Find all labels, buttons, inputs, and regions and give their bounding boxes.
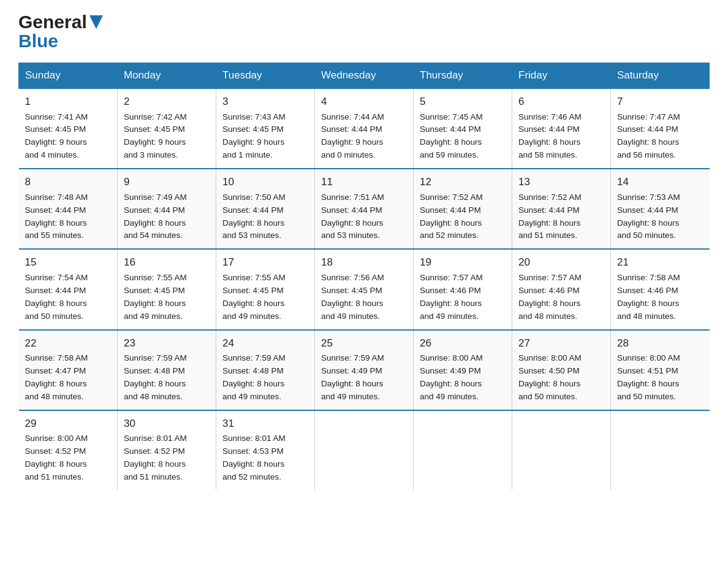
day-number: 26: [420, 335, 506, 351]
page-header: General Blue: [18, 12, 710, 50]
calendar-cell: 5 Sunrise: 7:45 AMSunset: 4:44 PMDayligh…: [414, 88, 512, 169]
calendar-cell: 23 Sunrise: 7:59 AMSunset: 4:48 PMDaylig…: [118, 330, 216, 410]
weekday-header: Saturday: [611, 63, 710, 89]
day-info: Sunrise: 7:48 AMSunset: 4:44 PMDaylight:…: [25, 191, 112, 243]
calendar-cell: 25 Sunrise: 7:59 AMSunset: 4:49 PMDaylig…: [315, 330, 414, 410]
calendar-cell: 28 Sunrise: 8:00 AMSunset: 4:51 PMDaylig…: [611, 330, 710, 410]
calendar-cell: 6 Sunrise: 7:46 AMSunset: 4:44 PMDayligh…: [512, 88, 611, 169]
calendar-cell: 18 Sunrise: 7:56 AMSunset: 4:45 PMDaylig…: [315, 249, 414, 329]
calendar-cell: 8 Sunrise: 7:48 AMSunset: 4:44 PMDayligh…: [19, 169, 118, 249]
calendar-cell: 1 Sunrise: 7:41 AMSunset: 4:45 PMDayligh…: [19, 88, 118, 169]
weekday-header: Tuesday: [216, 63, 315, 89]
calendar-cell: 9 Sunrise: 7:49 AMSunset: 4:44 PMDayligh…: [118, 169, 216, 249]
calendar-cell: 31 Sunrise: 8:01 AMSunset: 4:53 PMDaylig…: [216, 410, 315, 490]
logo: General Blue: [18, 12, 103, 50]
day-info: Sunrise: 8:00 AMSunset: 4:52 PMDaylight:…: [25, 432, 112, 484]
day-info: Sunrise: 7:53 AMSunset: 4:44 PMDaylight:…: [617, 191, 703, 243]
day-number: 29: [25, 416, 112, 432]
calendar-week-row: 22 Sunrise: 7:58 AMSunset: 4:47 PMDaylig…: [19, 330, 710, 410]
calendar-cell: 12 Sunrise: 7:52 AMSunset: 4:44 PMDaylig…: [414, 169, 512, 249]
day-info: Sunrise: 7:58 AMSunset: 4:46 PMDaylight:…: [617, 272, 703, 323]
calendar-cell: 7 Sunrise: 7:47 AMSunset: 4:44 PMDayligh…: [611, 88, 710, 169]
calendar-week-row: 8 Sunrise: 7:48 AMSunset: 4:44 PMDayligh…: [19, 169, 710, 249]
day-number: 24: [222, 335, 308, 351]
calendar-cell: 11 Sunrise: 7:51 AMSunset: 4:44 PMDaylig…: [315, 169, 414, 249]
day-info: Sunrise: 7:47 AMSunset: 4:44 PMDaylight:…: [617, 111, 703, 163]
day-number: 30: [124, 416, 210, 432]
day-info: Sunrise: 8:00 AMSunset: 4:49 PMDaylight:…: [420, 352, 506, 404]
calendar-cell: [512, 410, 611, 490]
day-info: Sunrise: 7:54 AMSunset: 4:44 PMDaylight:…: [25, 272, 112, 323]
calendar-cell: 3 Sunrise: 7:43 AMSunset: 4:45 PMDayligh…: [216, 88, 315, 169]
weekday-header: Thursday: [414, 63, 512, 89]
calendar-cell: 14 Sunrise: 7:53 AMSunset: 4:44 PMDaylig…: [611, 169, 710, 249]
day-number: 23: [124, 335, 210, 351]
logo-blue-text: Blue: [18, 31, 58, 51]
calendar-cell: 22 Sunrise: 7:58 AMSunset: 4:47 PMDaylig…: [19, 330, 118, 410]
calendar-cell: 10 Sunrise: 7:50 AMSunset: 4:44 PMDaylig…: [216, 169, 315, 249]
day-info: Sunrise: 7:57 AMSunset: 4:46 PMDaylight:…: [420, 272, 506, 323]
day-number: 25: [321, 335, 407, 351]
day-info: Sunrise: 7:55 AMSunset: 4:45 PMDaylight:…: [124, 272, 210, 323]
day-info: Sunrise: 7:58 AMSunset: 4:47 PMDaylight:…: [25, 352, 112, 404]
day-number: 19: [420, 255, 506, 270]
calendar-week-row: 29 Sunrise: 8:00 AMSunset: 4:52 PMDaylig…: [19, 410, 710, 490]
weekday-header: Friday: [512, 63, 611, 89]
day-number: 3: [222, 94, 308, 110]
calendar-cell: [611, 410, 710, 490]
day-info: Sunrise: 7:45 AMSunset: 4:44 PMDaylight:…: [420, 111, 506, 163]
day-number: 11: [321, 174, 407, 190]
calendar-cell: 29 Sunrise: 8:00 AMSunset: 4:52 PMDaylig…: [19, 410, 118, 490]
calendar-cell: 15 Sunrise: 7:54 AMSunset: 4:44 PMDaylig…: [19, 249, 118, 329]
weekday-header: Monday: [118, 63, 216, 89]
day-number: 7: [617, 94, 703, 110]
calendar-cell: 24 Sunrise: 7:59 AMSunset: 4:48 PMDaylig…: [216, 330, 315, 410]
day-info: Sunrise: 7:52 AMSunset: 4:44 PMDaylight:…: [420, 191, 506, 243]
day-info: Sunrise: 8:01 AMSunset: 4:53 PMDaylight:…: [222, 432, 308, 484]
day-info: Sunrise: 7:55 AMSunset: 4:45 PMDaylight:…: [222, 272, 308, 323]
logo-general-text: General: [18, 13, 87, 31]
day-number: 4: [321, 94, 407, 110]
weekday-header-row: SundayMondayTuesdayWednesdayThursdayFrid…: [19, 63, 710, 89]
day-info: Sunrise: 8:01 AMSunset: 4:52 PMDaylight:…: [124, 432, 210, 484]
calendar-cell: 27 Sunrise: 8:00 AMSunset: 4:50 PMDaylig…: [512, 330, 611, 410]
calendar-cell: 2 Sunrise: 7:42 AMSunset: 4:45 PMDayligh…: [118, 88, 216, 169]
calendar-cell: 19 Sunrise: 7:57 AMSunset: 4:46 PMDaylig…: [414, 249, 512, 329]
day-number: 22: [25, 335, 112, 351]
calendar-cell: [414, 410, 512, 490]
day-info: Sunrise: 7:43 AMSunset: 4:45 PMDaylight:…: [222, 111, 308, 163]
day-info: Sunrise: 7:44 AMSunset: 4:44 PMDaylight:…: [321, 111, 407, 163]
day-number: 12: [420, 174, 506, 190]
day-number: 2: [124, 94, 210, 110]
calendar-cell: [315, 410, 414, 490]
calendar-week-row: 15 Sunrise: 7:54 AMSunset: 4:44 PMDaylig…: [19, 249, 710, 329]
day-info: Sunrise: 7:59 AMSunset: 4:48 PMDaylight:…: [124, 352, 210, 404]
day-info: Sunrise: 7:41 AMSunset: 4:45 PMDaylight:…: [25, 111, 112, 163]
calendar-cell: 13 Sunrise: 7:52 AMSunset: 4:44 PMDaylig…: [512, 169, 611, 249]
weekday-header: Wednesday: [315, 63, 414, 89]
day-number: 10: [222, 174, 308, 190]
calendar-cell: 20 Sunrise: 7:57 AMSunset: 4:46 PMDaylig…: [512, 249, 611, 329]
day-number: 6: [518, 94, 604, 110]
calendar-cell: 30 Sunrise: 8:01 AMSunset: 4:52 PMDaylig…: [118, 410, 216, 490]
day-number: 21: [617, 255, 703, 270]
calendar-table: SundayMondayTuesdayWednesdayThursdayFrid…: [18, 63, 710, 490]
day-number: 27: [518, 335, 604, 351]
day-info: Sunrise: 8:00 AMSunset: 4:51 PMDaylight:…: [617, 352, 703, 404]
day-info: Sunrise: 7:49 AMSunset: 4:44 PMDaylight:…: [124, 191, 210, 243]
day-number: 9: [124, 174, 210, 190]
day-number: 16: [124, 255, 210, 270]
day-number: 18: [321, 255, 407, 270]
weekday-header: Sunday: [19, 63, 118, 89]
day-info: Sunrise: 7:50 AMSunset: 4:44 PMDaylight:…: [222, 191, 308, 243]
day-number: 20: [518, 255, 604, 270]
calendar-cell: 21 Sunrise: 7:58 AMSunset: 4:46 PMDaylig…: [611, 249, 710, 329]
day-info: Sunrise: 7:52 AMSunset: 4:44 PMDaylight:…: [518, 191, 604, 243]
logo-triangle-icon: [89, 15, 103, 32]
day-info: Sunrise: 8:00 AMSunset: 4:50 PMDaylight:…: [518, 352, 604, 404]
day-number: 5: [420, 94, 506, 110]
day-info: Sunrise: 7:46 AMSunset: 4:44 PMDaylight:…: [518, 111, 604, 163]
day-number: 31: [222, 416, 308, 432]
calendar-cell: 17 Sunrise: 7:55 AMSunset: 4:45 PMDaylig…: [216, 249, 315, 329]
day-number: 15: [25, 255, 112, 270]
